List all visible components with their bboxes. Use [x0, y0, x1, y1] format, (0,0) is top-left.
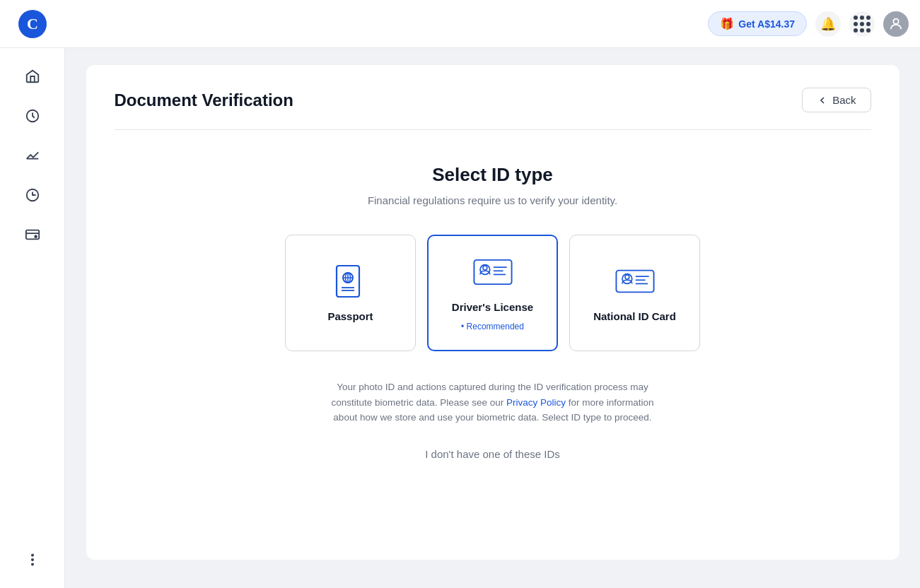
- document-verification-card: Document Verification Back Select ID typ…: [86, 65, 899, 560]
- passport-label: Passport: [327, 310, 373, 322]
- notifications-button[interactable]: 🔔: [815, 11, 841, 37]
- clock-icon: [25, 108, 40, 124]
- back-label: Back: [832, 94, 856, 106]
- svg-point-18: [482, 266, 487, 270]
- no-id-link[interactable]: I don't have one of these IDs: [425, 448, 560, 460]
- sidebar-item-history[interactable]: [16, 99, 50, 133]
- svg-point-7: [31, 559, 33, 560]
- sidebar-item-wallet[interactable]: [16, 218, 50, 252]
- card-header: Document Verification Back: [115, 88, 871, 112]
- section-title: Select ID type: [432, 164, 553, 186]
- id-type-selector: Passport: [285, 235, 700, 351]
- drivers-license-icon: [472, 254, 514, 293]
- wallet-icon: [25, 227, 40, 242]
- id-card-drivers-license[interactable]: Driver's License Recommended: [427, 235, 558, 351]
- passport-icon: [330, 264, 372, 302]
- get-reward-label: Get A$14.37: [738, 18, 795, 30]
- circle-chart-icon: [25, 187, 40, 203]
- svg-rect-4: [25, 230, 38, 240]
- svg-point-6: [31, 554, 33, 555]
- grid-icon: [854, 16, 870, 33]
- svg-point-0: [893, 18, 898, 23]
- svg-point-5: [35, 235, 37, 237]
- back-button[interactable]: Back: [802, 88, 870, 112]
- gift-icon: 🎁: [720, 17, 734, 30]
- svg-rect-16: [474, 260, 511, 284]
- page-title: Document Verification: [115, 90, 293, 110]
- avatar[interactable]: [883, 11, 909, 37]
- get-reward-button[interactable]: 🎁 Get A$14.37: [708, 11, 807, 36]
- svg-point-24: [624, 275, 629, 279]
- id-card-passport[interactable]: Passport: [285, 235, 416, 351]
- svg-point-8: [31, 563, 33, 565]
- logo: C: [18, 10, 47, 38]
- drivers-license-label: Driver's License: [452, 301, 533, 313]
- svg-rect-22: [616, 271, 653, 293]
- topbar: C 🎁 Get A$14.37 🔔: [0, 0, 920, 48]
- home-icon: [25, 69, 40, 84]
- id-card-national-id[interactable]: National ID Card: [569, 235, 700, 351]
- sidebar-item-home[interactable]: [16, 59, 50, 93]
- bell-icon: 🔔: [820, 16, 836, 32]
- chart-icon: [25, 148, 40, 163]
- national-id-icon: [614, 264, 656, 302]
- header-divider: [115, 129, 871, 130]
- person-icon: [888, 16, 904, 32]
- more-icon: [25, 552, 40, 568]
- privacy-text: Your photo ID and actions captured durin…: [323, 380, 663, 425]
- national-id-label: National ID Card: [593, 310, 676, 322]
- main-content: Document Verification Back Select ID typ…: [65, 48, 920, 588]
- topbar-right: 🎁 Get A$14.37 🔔: [708, 11, 909, 37]
- content-area: Select ID type Financial regulations req…: [115, 164, 871, 460]
- sidebar: [0, 48, 65, 588]
- recommended-badge: Recommended: [461, 322, 524, 331]
- sidebar-item-more[interactable]: [16, 543, 50, 577]
- logo-letter: C: [27, 15, 38, 33]
- sidebar-item-analytics[interactable]: [16, 139, 50, 172]
- sidebar-item-markets[interactable]: [16, 178, 50, 212]
- section-subtitle: Financial regulations require us to veri…: [368, 194, 617, 206]
- logo-area: C: [0, 10, 65, 38]
- privacy-policy-link[interactable]: Privacy Policy: [506, 397, 566, 408]
- apps-button[interactable]: [849, 11, 875, 37]
- chevron-left-icon: [817, 95, 828, 106]
